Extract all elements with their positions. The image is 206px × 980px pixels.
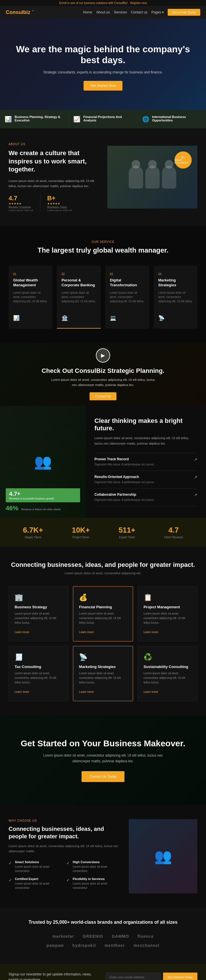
- connecting-body: Lorem ipsum dolor sit amet, consectetur …: [9, 843, 120, 854]
- future-item-desc-0: Dignissim felis lacus. A pellentesque or…: [94, 462, 155, 466]
- hero-card-icon-2: 🌐: [142, 116, 149, 123]
- wealth-title-0: Global Wealth Management: [13, 278, 48, 288]
- stat-divider: [40, 194, 40, 212]
- hero-card-icon-0: 📊: [5, 116, 12, 123]
- future-stats: 4.7+ Revenue & successful business growt…: [6, 488, 80, 512]
- wealth-card-1[interactable]: 02 Personal & Corporate Banking Lorem ip…: [57, 266, 101, 329]
- services-section: Connecting businesses, ideas, and people…: [0, 547, 206, 716]
- connecting-heading: Connecting businesses, ideas, and people…: [9, 825, 120, 840]
- hero-card-0: 📊 Business Planning, Strategy & Executio…: [0, 110, 69, 128]
- service-link-2[interactable]: Learn more: [144, 631, 158, 634]
- nav-services[interactable]: Services: [114, 10, 127, 14]
- navbar: Consulbiz ™ Home About us Services Conta…: [0, 6, 206, 19]
- wealth-num-1: 02: [62, 272, 96, 276]
- stat-business-sub: Lorem ipsum dolor sit: [47, 209, 72, 212]
- wealth-card-3[interactable]: 04 Marketing Strategies Lorem ipsum dolo…: [153, 266, 197, 329]
- wealth-icon-0: 📊: [13, 315, 48, 321]
- service-desc-2: Lorem ipsum dolor sit amet, consectetur …: [144, 611, 192, 625]
- service-link-4[interactable]: Learn more: [79, 690, 94, 694]
- video-overlay: ▶ Check Out ConsulBiz Strategic Planning…: [42, 348, 164, 400]
- stat-business-stars: ★★★★★: [47, 202, 72, 205]
- service-card-5: ♻️ Sustainability Consulting Lorem ipsum…: [137, 646, 197, 701]
- feature-3: ✓ Flexibility in Services Lorem ipsum do…: [66, 877, 120, 890]
- connecting-left: WHY CHOOSE US Connecting businesses, ide…: [9, 819, 120, 890]
- stat-business-label: Business Class: [47, 206, 72, 209]
- future-left: 👥 4.7+ Revenue & successful business gro…: [0, 406, 86, 518]
- culture-image: 25+ Expert Consultants: [107, 146, 197, 208]
- badge-label: Expert Consultants: [174, 159, 192, 164]
- stat-1: 10K+ Project Done: [72, 526, 90, 539]
- newsletter-email-input[interactable]: [106, 972, 161, 980]
- cta-section: Get Started on Your Business Makeover. L…: [0, 716, 206, 805]
- feature-2: ✓ Certified Expert Lorem ipsum dolor sit…: [9, 877, 62, 890]
- nav-contact[interactable]: Contact us: [131, 10, 147, 14]
- logo-fluenca: fluenca: [137, 934, 153, 939]
- future-item-title-0: Proven Track Record: [94, 457, 155, 461]
- hero-card-title-0: Business Planning, Strategy & Execution: [14, 115, 64, 122]
- wealth-num-0: 01: [13, 272, 48, 276]
- service-icon-0: 🏢: [14, 593, 62, 601]
- wealth-grid: 01 Global Wealth Management Lorem ipsum …: [9, 266, 197, 329]
- wealth-icon-3: 📡: [158, 315, 193, 321]
- service-card-1: 💰 Financial Planning Lorem ipsum dolor s…: [73, 586, 133, 641]
- wealth-card-2[interactable]: 03 Digital Transformation Lorem ipsum do…: [105, 266, 149, 329]
- service-title-0: Business Strategy: [14, 605, 62, 609]
- feature-title-1: High Conversions: [73, 860, 120, 864]
- feature-1: ✓ High Conversions Lorem ipsum dolor sit…: [66, 860, 120, 873]
- wealth-card-0[interactable]: 01 Global Wealth Management Lorem ipsum …: [9, 266, 53, 329]
- service-icon-5: ♻️: [144, 653, 192, 661]
- future-item-title-1: Results-Oriented Approach: [94, 475, 155, 479]
- service-link-0[interactable]: Learn more: [14, 631, 29, 634]
- connecting-right: 👥: [129, 819, 197, 893]
- topbar-cta[interactable]: Register now: [130, 2, 147, 5]
- future-heading: Clear thinking makes a bright future.: [94, 417, 197, 432]
- hero-subtext: Strategic consultants, experts in accele…: [43, 70, 163, 75]
- future-arrow-0[interactable]: ↗: [194, 457, 197, 462]
- cta-button[interactable]: Contact Us Today: [81, 771, 125, 782]
- wealth-num-2: 03: [110, 272, 144, 276]
- play-button[interactable]: ▶: [96, 348, 110, 363]
- feature-icon-0: ✓: [9, 861, 12, 865]
- stat-label-2: Expert Team: [118, 536, 135, 539]
- hero-cta-button[interactable]: Get Started Now: [83, 81, 123, 91]
- service-card-4: 📡 Marketing Strategies Lorem ipsum dolor…: [73, 646, 133, 701]
- feature-desc-2: Lorem ipsum dolor sit amet consectetur: [15, 881, 62, 890]
- wealth-desc-2: Lorem ipsum dolor sit amet, consectetur …: [110, 291, 144, 304]
- hero-cards-row: 📊 Business Planning, Strategy & Executio…: [0, 110, 206, 128]
- service-card-3: 🧾 Tax Consulting Lorem ipsum dolor sit a…: [9, 646, 69, 701]
- service-link-1[interactable]: Learn more: [79, 631, 94, 634]
- service-icon-1: 💰: [79, 593, 127, 601]
- stat-3: 4.7 Client Reviews: [164, 526, 183, 539]
- nav-home[interactable]: Home: [83, 10, 92, 14]
- video-section: ▶ Check Out ConsulBiz Strategic Planning…: [0, 343, 206, 406]
- stat-label-0: Happy Client: [23, 536, 43, 539]
- service-link-3[interactable]: Learn more: [14, 690, 29, 694]
- future-body: Lorem ipsum dolor sit amet, consectetur …: [94, 436, 197, 446]
- nav-pages[interactable]: Pages ▾: [151, 10, 164, 14]
- services-subtext: Lorem ipsum dolor sit amet, consectetur …: [9, 571, 197, 576]
- culture-right: 25+ Expert Consultants: [107, 146, 197, 208]
- wealth-section: OUR SERVICE The largest truly global wea…: [0, 226, 206, 343]
- video-desc: Lorem ipsum dolor sit amet, consectetur …: [49, 377, 157, 387]
- stat-review: 4.7 ★★★★★ Review Customer Lorem ipsum do…: [9, 194, 33, 212]
- future-arrow-1[interactable]: ↗: [194, 475, 197, 479]
- topbar-text: Enroll in one of our business solutions …: [59, 2, 128, 5]
- video-cta-button[interactable]: Contact Us: [89, 392, 117, 400]
- future-stat-num: 4.7+: [9, 491, 77, 497]
- navbar-cta-button[interactable]: Get a Free Quote: [168, 9, 200, 16]
- hero-card-title-2: International Business Opportunities: [152, 115, 201, 122]
- culture-section: ABOUT US We create a culture that inspir…: [0, 128, 206, 226]
- stat-review-sub: Lorem ipsum dolor sit: [9, 209, 33, 212]
- service-link-5[interactable]: Learn more: [144, 690, 158, 694]
- services-grid: 🏢 Business Strategy Lorem ipsum dolor si…: [9, 586, 197, 701]
- future-arrow-2[interactable]: ↗: [194, 493, 197, 497]
- connecting-section: WHY CHOOSE US Connecting businesses, ide…: [0, 805, 206, 908]
- feature-title-2: Certified Expert: [15, 877, 62, 881]
- nav-about[interactable]: About us: [96, 10, 110, 14]
- top-bar: Enroll in one of our business solutions …: [0, 0, 206, 6]
- future-stat-label: Revenue & successful business growth: [9, 497, 77, 500]
- service-desc-1: Lorem ipsum dolor sit amet, consectetur …: [79, 611, 127, 625]
- connecting-image: 👥: [129, 819, 197, 893]
- newsletter-submit-button[interactable]: Get Started Today: [163, 972, 197, 980]
- service-desc-3: Lorem ipsum dolor sit amet, consectetur …: [14, 671, 62, 685]
